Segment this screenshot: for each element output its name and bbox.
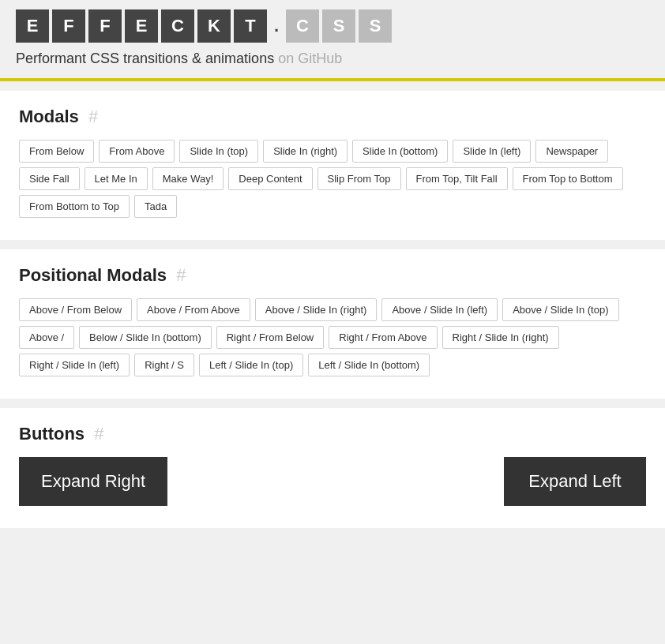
logo-letter-e2: E [125,9,158,43]
modal-button[interactable]: Deep Content [228,167,312,190]
modal-button[interactable]: Newspaper [535,140,608,163]
positional-modal-button[interactable]: Above / Slide In (left) [381,298,498,321]
modal-button[interactable]: Slide In (left) [453,140,531,163]
positional-modals-section: Positional Modals # Above / From BelowAb… [0,249,665,399]
logo-letter-css-s2: S [359,9,392,43]
logo-letter-t: T [234,9,267,43]
positional-modal-button[interactable]: Right / S [134,354,194,376]
positional-modal-button[interactable]: Right / Slide In (left) [19,354,130,376]
big-buttons-row: Expand Right Expand Left [19,457,646,506]
modals-title: Modals # [19,107,646,127]
modal-button[interactable]: Make Way! [152,167,224,190]
modal-button[interactable]: Tada [134,195,177,218]
positional-modal-button[interactable]: Right / Slide In (right) [442,326,559,349]
modal-button[interactable]: From Above [99,140,175,163]
modal-button[interactable]: From Bottom to Top [19,195,130,218]
modal-button[interactable]: From Top, Tilt Fall [406,167,508,190]
modal-button[interactable]: From Below [19,140,94,163]
logo-row: E F F E C K T . C S S [16,9,649,43]
positional-modal-button[interactable]: Above / Slide In (right) [255,298,378,321]
logo-letter-f1: F [52,9,85,43]
logo-letter-e1: E [16,9,49,43]
tagline: Performant CSS transitions & animations … [16,51,649,67]
positional-modal-button[interactable]: Above / From Above [137,298,250,321]
logo-letter-css-s1: S [322,9,355,43]
buttons-hash: # [94,424,103,444]
positional-modal-button[interactable]: Right / From Above [329,326,437,349]
positional-modals-button-group: Above / From BelowAbove / From AboveAbov… [19,298,646,376]
github-link[interactable]: on GitHub [278,51,342,66]
buttons-title: Buttons # [19,424,646,444]
logo-letter-css-c: C [286,9,319,43]
modal-button[interactable]: Side Fall [19,167,80,190]
header: E F F E C K T . C S S Performant CSS tra… [0,0,665,81]
modals-section: Modals # From BelowFrom AboveSlide In (t… [0,91,665,240]
buttons-section: Buttons # Expand Right Expand Left [0,408,665,528]
positional-modal-button[interactable]: Above / Slide In (top) [502,298,618,321]
positional-modal-button[interactable]: Below / Slide In (bottom) [79,326,212,349]
tagline-text: Performant CSS transitions & animations [16,51,274,66]
expand-left-button[interactable]: Expand Left [504,457,646,506]
modal-button[interactable]: Slide In (top) [179,140,258,163]
logo-dot: . [270,9,283,43]
logo-letter-c: C [161,9,194,43]
logo-letter-k: K [197,9,231,43]
modal-button[interactable]: Slide In (right) [263,140,348,163]
positional-modals-title: Positional Modals # [19,265,646,286]
modal-button[interactable]: From Top to Bottom [513,167,623,190]
positional-modal-button[interactable]: Right / From Below [216,326,325,349]
modals-button-group: From BelowFrom AboveSlide In (top)Slide … [19,140,646,218]
positional-modals-hash: # [176,265,186,285]
expand-right-button[interactable]: Expand Right [19,457,167,506]
positional-modal-button[interactable]: Left / Slide In (bottom) [308,354,430,376]
positional-modal-button[interactable]: Left / Slide In (top) [199,354,303,376]
modal-button[interactable]: Slip From Top [317,167,401,190]
positional-modal-button[interactable]: Above / From Below [19,298,132,321]
positional-modal-button[interactable]: Above / [19,326,74,349]
modal-button[interactable]: Let Me In [85,167,148,190]
modal-button[interactable]: Slide In (bottom) [352,140,448,163]
modals-hash: # [88,107,98,126]
logo-letter-f2: F [88,9,122,43]
